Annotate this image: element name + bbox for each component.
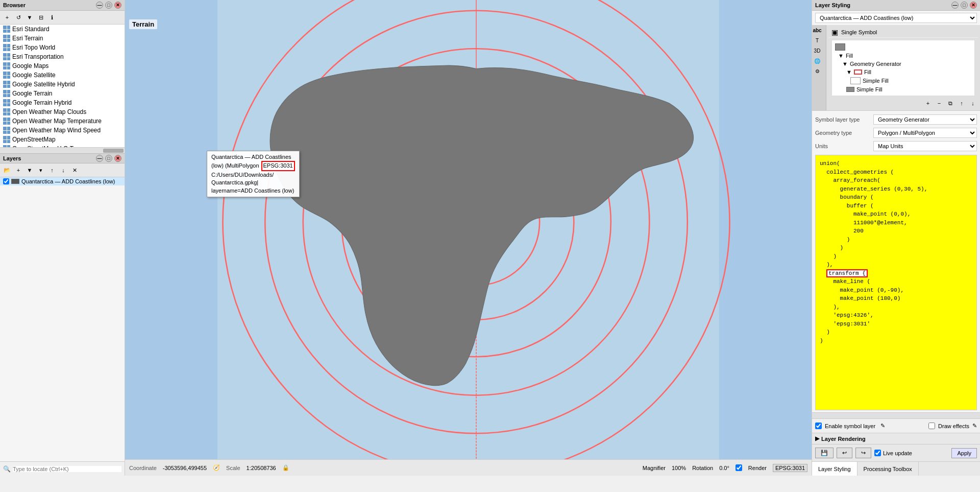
browser-collapse-btn[interactable]: ⊟ xyxy=(36,12,46,22)
browser-item-google-sat-hybrid[interactable]: Google Satellite Hybrid xyxy=(0,80,125,89)
google-satellite-label: Google Satellite xyxy=(12,72,56,79)
redo-btn[interactable]: ↪ xyxy=(855,448,871,458)
sym-layer-type-select[interactable]: Geometry Generator xyxy=(873,114,977,125)
symbol-type-label: Single Symbol xyxy=(841,29,877,35)
esri-terrain-label: Esri Terrain xyxy=(12,35,43,42)
styling-minimize[interactable]: — xyxy=(951,2,959,9)
layers-open-btn[interactable]: 📂 xyxy=(2,165,12,175)
tab-layer-styling[interactable]: Layer Styling xyxy=(812,462,857,476)
save-btn[interactable]: 💾 xyxy=(815,448,834,458)
browser-item-esri-terrain[interactable]: Esri Terrain xyxy=(0,34,125,43)
styling-icon-3d[interactable]: 3D xyxy=(812,45,822,56)
browser-item-osm[interactable]: OpenStreetMap xyxy=(0,135,125,144)
owm-temp-icon xyxy=(3,118,10,125)
browser-item-google-terrain[interactable]: Google Terrain xyxy=(0,89,125,98)
layers-close[interactable]: ✕ xyxy=(114,155,121,162)
layers-filter-btn[interactable]: ▼ xyxy=(24,165,35,175)
undo-btn[interactable]: ↩ xyxy=(837,448,852,458)
layers-minimize[interactable]: — xyxy=(96,155,103,162)
browser-minimize[interactable]: — xyxy=(96,2,103,9)
simple-fill2-color-box xyxy=(846,87,854,92)
layer-color-quantarctica xyxy=(11,179,19,184)
esri-standard-label: Esri Standard xyxy=(12,26,50,33)
code-content: union( collect_geometries ( array_foreac… xyxy=(820,159,972,345)
osm-icon xyxy=(3,136,10,143)
osm-label: OpenStreetMap xyxy=(12,136,56,143)
browser-item-google-maps[interactable]: Google Maps xyxy=(0,61,125,71)
lock-icon: 🔒 xyxy=(282,464,289,471)
layers-add-btn[interactable]: + xyxy=(13,165,23,175)
tab-processing-toolbox[interactable]: Processing Toolbox xyxy=(857,462,919,476)
fill2-label: Fill xyxy=(864,69,871,75)
styling-add-layer-btn[interactable]: + xyxy=(923,98,933,108)
draw-effects-checkbox[interactable] xyxy=(928,423,935,429)
browser-add-btn[interactable]: + xyxy=(2,12,12,22)
layers-more-btn[interactable]: ▾ xyxy=(36,165,46,175)
esri-topo-icon xyxy=(3,44,10,51)
layer-styling-title: Layer Styling xyxy=(815,2,850,8)
google-satellite-icon xyxy=(3,72,10,79)
browser-item-esri-transport[interactable]: Esri Transportation xyxy=(0,52,125,61)
browser-filter-btn[interactable]: ▼ xyxy=(24,12,35,22)
browser-close[interactable]: ✕ xyxy=(114,2,121,9)
rotation-value: 0.0° xyxy=(719,465,729,471)
google-terrain-label: Google Terrain xyxy=(12,90,53,97)
browser-item-google-terrain-hybrid[interactable]: Google Terrain Hybrid xyxy=(0,98,125,107)
apply-btn[interactable]: Apply xyxy=(951,448,977,458)
styling-duplicate-btn[interactable]: ⧉ xyxy=(945,98,955,108)
code-h-scrollbar[interactable] xyxy=(812,412,980,418)
units-label: Units xyxy=(815,143,871,149)
layer-label-quantarctica: Quantarctica — ADD Coastlines (low) xyxy=(21,178,115,184)
render-checkbox[interactable] xyxy=(736,464,742,471)
browser-item-esri-standard[interactable]: Esri Standard xyxy=(0,25,125,34)
layers-remove-btn[interactable]: ✕ xyxy=(69,165,80,175)
live-update-checkbox[interactable] xyxy=(874,450,881,456)
tooltip-line3: C:/Users/DU/Downloads/ xyxy=(211,171,295,179)
browser-item-google-satellite[interactable]: Google Satellite xyxy=(0,71,125,80)
coordinate-value: -3053596,499455 xyxy=(163,465,207,471)
expand-fill2-icon: ▼ xyxy=(846,69,852,75)
styling-close[interactable]: ✕ xyxy=(970,2,977,9)
layers-float[interactable]: □ xyxy=(105,155,112,162)
draw-effects-icon[interactable]: ✎ xyxy=(972,423,977,429)
tooltip-line1: Quantarctica — ADD Coastlines xyxy=(211,153,295,161)
geometry-type-select[interactable]: Polygon / MultiPolygon xyxy=(873,128,977,138)
layer-item-quantarctica[interactable]: Quantarctica — ADD Coastlines (low) xyxy=(0,177,125,185)
geometry-generator-label: Geometry Generator xyxy=(850,61,901,67)
units-select[interactable]: Map Units xyxy=(873,141,977,151)
browser-item-owm-wind[interactable]: Open Weather Map Wind Speed xyxy=(0,126,125,135)
browser-item-owm-clouds[interactable]: Open Weather Map Clouds xyxy=(0,107,125,116)
scale-label: Scale xyxy=(226,465,240,471)
styling-icon-settings[interactable]: ⚙ xyxy=(812,66,822,76)
expand-geogen-icon: ▼ xyxy=(842,61,848,67)
styling-float[interactable]: □ xyxy=(961,2,968,9)
styling-icon-text[interactable]: T xyxy=(812,35,822,45)
styling-down-btn[interactable]: ↓ xyxy=(968,98,978,108)
scale-value: 1:20508736 xyxy=(247,465,276,471)
layer-rendering-label: Layer Rendering xyxy=(821,436,866,442)
layer-checkbox-quantarctica[interactable] xyxy=(3,178,9,184)
enable-symbol-checkbox[interactable] xyxy=(815,423,822,429)
owm-clouds-icon xyxy=(3,108,10,115)
browser-float[interactable]: □ xyxy=(105,2,112,9)
layers-up-btn[interactable]: ↑ xyxy=(47,165,57,175)
styling-up-btn[interactable]: ↑ xyxy=(957,98,967,108)
expand-layer-rendering-icon[interactable]: ▶ xyxy=(815,435,819,442)
browser-properties-btn[interactable]: ℹ xyxy=(47,12,57,22)
styling-edit-icon[interactable]: ✎ xyxy=(880,423,885,429)
esri-transport-icon xyxy=(3,53,10,60)
locate-input[interactable] xyxy=(13,466,121,472)
styling-remove-layer-btn[interactable]: − xyxy=(934,98,944,108)
styling-icon-globe[interactable]: 🌐 xyxy=(812,56,822,66)
browser-item-esri-topo[interactable]: Esri Topo World xyxy=(0,43,125,52)
draw-effects-label: Draw effects xyxy=(938,423,969,429)
layer-select[interactable]: Quantarctica — ADD Coastlines (low) xyxy=(815,13,977,23)
browser-item-owm-temp[interactable]: Open Weather Map Temperature xyxy=(0,116,125,126)
search-icon: 🔍 xyxy=(3,465,11,473)
layers-down-btn[interactable]: ↓ xyxy=(58,165,68,175)
styling-icon-abc[interactable]: abc xyxy=(812,25,822,35)
code-editor[interactable]: union( collect_geometries ( array_foreac… xyxy=(815,155,977,410)
google-terrain-icon xyxy=(3,90,10,97)
browser-refresh-btn[interactable]: ↺ xyxy=(13,12,23,22)
owm-temp-label: Open Weather Map Temperature xyxy=(12,118,102,125)
